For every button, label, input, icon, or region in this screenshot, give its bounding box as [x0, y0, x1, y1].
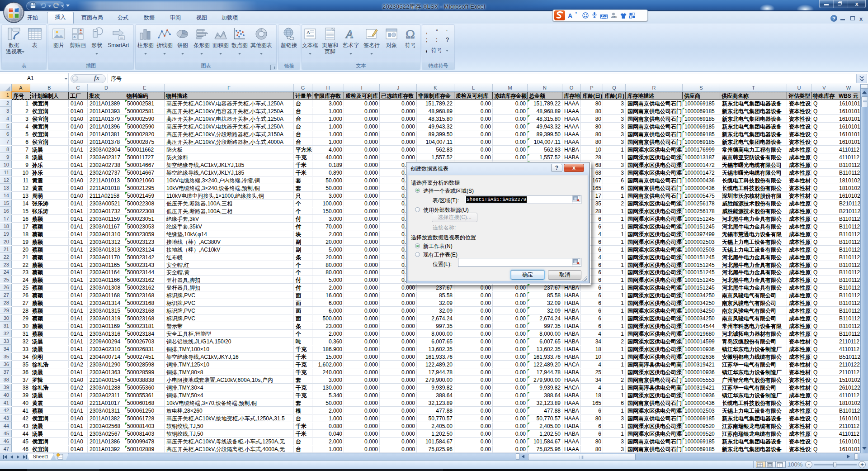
svg-text:Ω: Ω: [406, 27, 415, 41]
svg-text:2B: 2B: [615, 16, 617, 18]
svg-text:A: A: [307, 29, 310, 35]
svg-text:A: A: [345, 28, 353, 41]
